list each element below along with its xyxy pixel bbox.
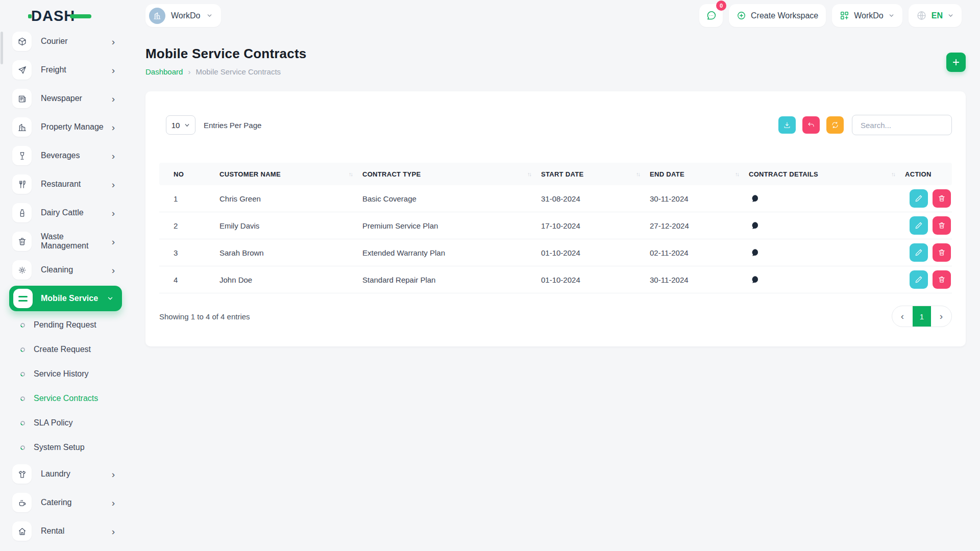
column-label: CUSTOMER NAME	[219, 170, 281, 178]
sidebar-item-catering[interactable]: Catering›	[0, 488, 131, 517]
sidebar-subitem-label: Service Contracts	[34, 394, 98, 403]
contract-details-button[interactable]	[751, 275, 760, 284]
search-input[interactable]	[852, 115, 952, 135]
table-row: 1Chris GreenBasic Coverage31-08-202430-1…	[159, 185, 952, 212]
pagination-prev-button[interactable]: ‹	[892, 306, 913, 327]
rental-icon	[12, 521, 32, 541]
reset-button[interactable]	[802, 116, 820, 134]
export-button[interactable]	[778, 116, 796, 134]
entries-per-page-value: 10	[172, 121, 180, 130]
add-contract-button[interactable]	[946, 53, 966, 72]
sort-icon[interactable]: ↑↓	[891, 171, 895, 177]
pagination-page-button[interactable]: 1	[913, 306, 931, 327]
messages-button[interactable]: 0	[699, 4, 723, 27]
cell-contract-type: Basic Coverage	[362, 194, 541, 203]
sidebar-item-restaurant[interactable]: Restaurant›	[0, 170, 131, 198]
laundry-icon	[12, 464, 32, 484]
language-menu-button[interactable]: EN	[909, 4, 962, 27]
cell-start-date: 01-10-2024	[541, 248, 650, 257]
sidebar-subitem-service-contracts[interactable]: Service Contracts	[0, 386, 131, 411]
sort-icon[interactable]: ↑↓	[349, 171, 352, 177]
delete-button[interactable]	[933, 243, 951, 262]
sidebar-item-mobile-service[interactable]: Mobile Service	[9, 286, 122, 311]
sidebar-subitem-create-request[interactable]: Create Request	[0, 337, 131, 362]
brand-logo[interactable]: DASH	[28, 7, 94, 27]
workdo-menu-button[interactable]: WorkDo	[832, 4, 902, 27]
sidebar-item-property-manage[interactable]: Property Manage›	[0, 113, 131, 141]
trash-icon	[938, 194, 946, 203]
sidebar-item-label: Freight	[41, 65, 112, 74]
contract-details-button[interactable]	[751, 248, 760, 257]
column-header-contract-type[interactable]: CONTRACT TYPE↑↓	[362, 170, 541, 178]
sidebar: Courier›Freight›Newspaper›Property Manag…	[0, 0, 131, 551]
chevron-right-icon: ›	[112, 122, 115, 132]
toolbar-buttons	[772, 116, 844, 134]
cell-end-date: 02-11-2024	[650, 248, 749, 257]
sort-icon[interactable]: ↑↓	[636, 171, 640, 177]
sidebar-item-freight[interactable]: Freight›	[0, 56, 131, 84]
workspace-name: WorkDo	[171, 11, 201, 20]
sidebar-item-courier[interactable]: Courier›	[0, 27, 131, 56]
delete-button[interactable]	[933, 270, 951, 289]
sidebar-item-waste-management[interactable]: Waste Management›	[0, 227, 131, 256]
sidebar-item-label: Laundry	[41, 469, 112, 479]
sidebar-item-laundry[interactable]: Laundry›	[0, 460, 131, 488]
workspace-switcher[interactable]: WorkDo	[145, 4, 221, 27]
sidebar-subitem-service-history[interactable]: Service History	[0, 362, 131, 386]
edit-button[interactable]	[910, 243, 928, 262]
sort-icon[interactable]: ↑↓	[735, 171, 739, 177]
pagination-next-button[interactable]: ›	[931, 306, 951, 327]
freight-icon	[12, 60, 32, 80]
workdo-menu-label: WorkDo	[854, 11, 884, 20]
messages-badge: 0	[716, 1, 726, 11]
language-label: EN	[932, 11, 943, 20]
sidebar-item-beverages[interactable]: Beverages›	[0, 141, 131, 170]
pencil-icon	[915, 276, 923, 284]
column-header-contract-details[interactable]: CONTRACT DETAILS↑↓	[749, 170, 905, 178]
sidebar-subitem-pending-request[interactable]: Pending Request	[0, 313, 131, 337]
chevron-right-icon: ›	[112, 469, 115, 479]
breadcrumb-dashboard-link[interactable]: Dashboard	[145, 67, 183, 76]
chat-bubble-icon	[751, 194, 760, 203]
column-label: START DATE	[541, 170, 583, 178]
contract-details-button[interactable]	[751, 194, 760, 203]
contracts-card: 10 Entries Per Page NOCUSTOMER NAME↑↓CON…	[145, 91, 966, 346]
sidebar-item-cleaning[interactable]: Cleaning›	[0, 256, 131, 284]
chevron-right-icon: ›	[112, 527, 115, 536]
column-header-customer-name[interactable]: CUSTOMER NAME↑↓	[219, 170, 362, 178]
edit-button[interactable]	[910, 189, 928, 208]
delete-button[interactable]	[933, 189, 951, 208]
delete-button[interactable]	[933, 216, 951, 235]
column-label: END DATE	[650, 170, 684, 178]
app-root: Courier›Freight›Newspaper›Property Manag…	[0, 0, 980, 551]
top-header: DASH WorkDo 0 Create Workspace	[0, 0, 980, 31]
header-actions: 0 Create Workspace WorkDo EN	[699, 4, 962, 27]
column-header-no: NO	[159, 170, 219, 178]
edit-button[interactable]	[910, 216, 928, 235]
column-header-start-date[interactable]: START DATE↑↓	[541, 170, 650, 178]
breadcrumb: Dashboard › Mobile Service Contracts	[145, 67, 966, 76]
plus-icon	[951, 58, 961, 67]
table-footer: Showing 1 to 4 of 4 entries ‹ 1 ›	[159, 306, 952, 327]
globe-icon	[916, 10, 927, 21]
menu-icon	[13, 289, 33, 308]
table-row: 2Emily DavisPremium Service Plan17-10-20…	[159, 212, 952, 239]
sidebar-item-newspaper[interactable]: Newspaper›	[0, 84, 131, 113]
chevron-down-icon	[184, 122, 190, 128]
sidebar-subitem-system-setup[interactable]: System Setup	[0, 435, 131, 460]
edit-button[interactable]	[910, 270, 928, 289]
beverages-icon	[12, 146, 32, 165]
table-header-row: NOCUSTOMER NAME↑↓CONTRACT TYPE↑↓START DA…	[159, 163, 952, 185]
sidebar-item-rental[interactable]: Rental›	[0, 517, 131, 545]
entries-per-page-select[interactable]: 10	[166, 115, 195, 135]
bullet-icon	[20, 445, 25, 450]
sort-icon[interactable]: ↑↓	[527, 171, 531, 177]
sidebar-item-dairy-cattle[interactable]: Dairy Cattle›	[0, 198, 131, 227]
contract-details-button[interactable]	[751, 221, 760, 230]
sidebar-scrollbar[interactable]	[1, 32, 3, 64]
column-header-end-date[interactable]: END DATE↑↓	[650, 170, 749, 178]
refresh-button[interactable]	[826, 116, 844, 134]
sidebar-item-label: Cleaning	[41, 265, 112, 274]
sidebar-subitem-sla-policy[interactable]: SLA Policy	[0, 411, 131, 435]
create-workspace-button[interactable]: Create Workspace	[729, 4, 826, 27]
